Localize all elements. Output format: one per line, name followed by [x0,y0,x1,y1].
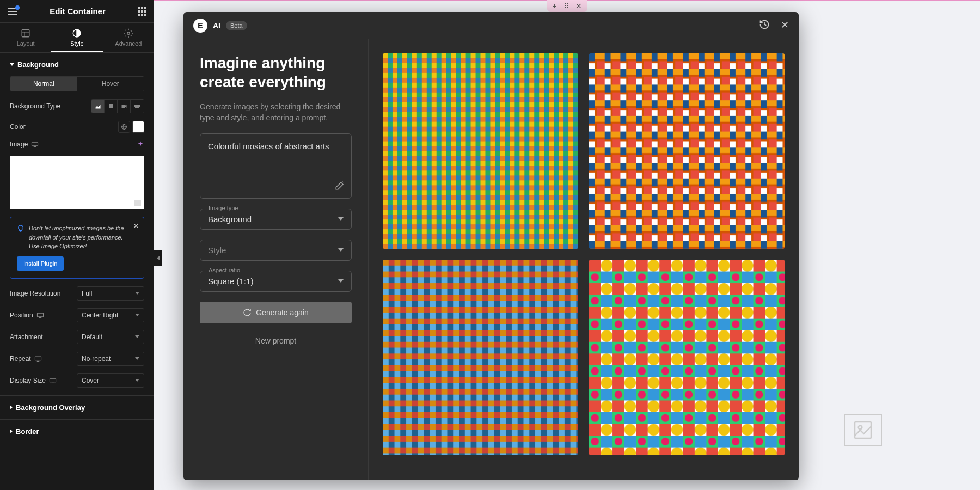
prompt-input[interactable] [208,142,344,180]
chevron-down-icon [10,63,14,66]
apps-icon[interactable] [138,7,146,16]
image-placeholder [844,414,882,446]
state-normal[interactable]: Normal [10,77,77,91]
image-icon [852,419,874,441]
aspect-ratio-select[interactable]: Aspect ratio Square (1:1) [200,271,352,292]
generated-image-2[interactable] [589,53,785,249]
repeat-select[interactable]: No-repeat [77,352,144,366]
ai-modal-header: E AI Beta ✕ [183,12,799,39]
state-segment: Normal Hover [10,76,144,91]
position-label: Position [10,311,33,319]
image-dropzone[interactable] [10,156,144,209]
color-label: Color [10,123,26,131]
image-type-select[interactable]: Image type Background [200,209,352,230]
svg-rect-19 [50,378,56,382]
image-resolution-select[interactable]: Full [77,286,144,301]
generated-image-3[interactable] [383,260,578,455]
section-border-header[interactable]: Border [10,420,144,443]
delete-icon[interactable]: ✕ [575,2,582,10]
section-background-header[interactable]: Background [10,53,144,76]
svg-rect-34 [589,53,785,249]
svg-rect-13 [32,142,38,146]
attachment-label: Attachment [10,333,43,341]
element-toolbar: + ⠿ ✕ [547,0,587,12]
history-icon[interactable] [759,19,770,33]
elementor-badge: E [193,19,207,33]
svg-rect-46 [589,260,785,455]
display-size-select[interactable]: Cover [77,373,144,388]
ai-heading: Imagine anything create everything [200,53,352,91]
svg-rect-15 [37,313,43,317]
chevron-down-icon [338,217,344,220]
collapse-sidebar-handle[interactable] [154,250,162,266]
image-label: Image [10,140,28,148]
editor-sidebar: Edit Container Layout Style Advanced Bac… [0,0,154,490]
optimizer-tip: ✕ Don't let unoptimized images be the do… [10,217,144,279]
tab-advanced[interactable]: Advanced [103,23,154,52]
desktop-icon[interactable] [49,378,57,383]
desktop-icon[interactable] [31,142,39,147]
repeat-label: Repeat [10,355,31,363]
section-border-label: Border [16,427,39,436]
color-swatch[interactable] [132,121,144,133]
tip-text: Don't let unoptimized images be the down… [29,224,130,251]
global-color-button[interactable] [118,121,130,133]
bg-type-slideshow[interactable] [131,100,144,113]
svg-rect-9 [139,105,140,107]
generated-image-1[interactable] [383,53,578,249]
chevron-right-icon [10,429,13,433]
desktop-icon[interactable] [34,356,42,362]
close-icon[interactable]: ✕ [133,222,139,230]
install-plugin-button[interactable]: Install Plugin [17,256,64,271]
ai-label: AI [213,21,220,30]
attachment-select[interactable]: Default [77,330,144,344]
editor-tabs: Layout Style Advanced [0,23,154,53]
close-icon[interactable]: ✕ [781,19,789,33]
bg-type-classic[interactable] [91,100,105,113]
svg-rect-28 [383,53,578,249]
generate-again-button[interactable]: Generate again [200,302,352,323]
image-type-label: Image type [206,205,241,211]
prompt-input-wrapper [200,133,352,199]
refresh-icon [243,308,252,317]
svg-rect-0 [22,29,29,37]
bg-type-gradient[interactable] [105,100,118,113]
aspect-ratio-label: Aspect ratio [206,267,243,273]
tab-layout[interactable]: Layout [0,23,51,52]
chevron-down-icon [338,279,344,283]
desktop-icon[interactable] [36,313,44,318]
add-icon[interactable]: + [552,2,556,10]
svg-rect-17 [35,357,41,360]
beta-badge: Beta [226,21,247,30]
ai-prompt-panel: Imagine anything create everything Gener… [183,39,369,480]
svg-point-22 [859,426,862,430]
style-select[interactable]: Style [200,240,352,261]
generated-images-grid[interactable] [369,39,799,480]
display-size-label: Display Size [10,377,46,384]
bg-type-label: Background Type [10,102,60,110]
new-prompt-button[interactable]: New prompt [200,333,352,348]
svg-rect-21 [855,422,871,438]
position-select[interactable]: Center Right [77,308,144,322]
svg-rect-8 [134,105,135,107]
canvas-area: + ⠿ ✕ E AI Beta ✕ Imagine anything [154,0,980,490]
svg-rect-7 [135,105,139,108]
chevron-down-icon [338,248,344,252]
svg-rect-6 [121,105,125,108]
bg-type-video[interactable] [118,100,131,113]
svg-rect-40 [383,260,578,455]
section-overlay-header[interactable]: Background Overlay [10,396,144,419]
notification-dot [15,5,20,10]
ai-sparkle-icon[interactable] [137,140,144,148]
section-background-label: Background [17,60,59,69]
sidebar-header: Edit Container [0,0,154,23]
drag-icon[interactable]: ⠿ [564,2,569,10]
bulb-icon [17,225,24,232]
tab-style-label: Style [70,40,83,47]
tab-style[interactable]: Style [51,23,102,52]
generated-image-4[interactable] [589,260,785,455]
ai-subheading: Generate images by selecting the desired… [200,101,352,124]
tab-advanced-label: Advanced [115,40,142,47]
enhance-prompt-icon[interactable] [335,181,345,193]
state-hover[interactable]: Hover [77,77,144,91]
